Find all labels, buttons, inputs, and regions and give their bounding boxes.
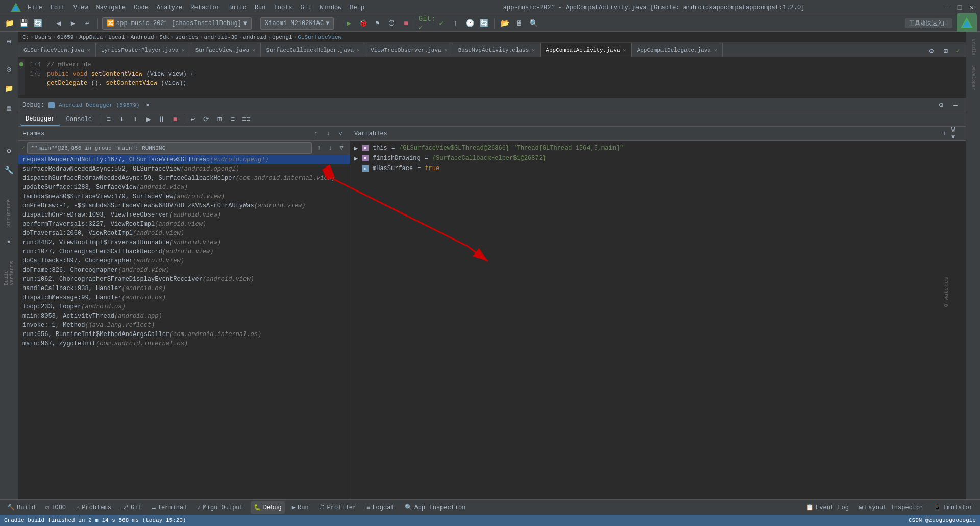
- git-push[interactable]: ↑: [449, 17, 461, 30]
- menu-git[interactable]: Git: [301, 4, 312, 11]
- device-selector[interactable]: Xiaomi M2102K1AC ▼: [260, 17, 334, 30]
- logcat-btn[interactable]: ≡ Logcat: [363, 501, 397, 514]
- pause-btn[interactable]: ⏸: [156, 113, 168, 126]
- minimize-button[interactable]: —: [943, 4, 951, 12]
- toggle-breakpoints-btn[interactable]: ⟳: [200, 113, 212, 126]
- frame-item-9[interactable]: run:8482, ViewRootImpl$TraversalRunnable…: [18, 238, 350, 247]
- frames-filter-btn[interactable]: ▽: [335, 129, 346, 139]
- debugger-tab[interactable]: Debugger: [20, 113, 60, 126]
- settings-debug-btn[interactable]: ≡: [227, 113, 239, 126]
- sidebar-icon-structure-2[interactable]: ▤: [2, 100, 17, 115]
- var-item-mhassurface[interactable]: ▶ m mHasSurface = true: [350, 163, 966, 174]
- developer-label[interactable]: Developer: [971, 65, 976, 90]
- thread-filter-btn[interactable]: ▽: [336, 143, 347, 153]
- close-tab-appcompatactivity[interactable]: ✕: [623, 47, 626, 53]
- tab-surfaceview[interactable]: SurfaceView.java ✕: [190, 43, 261, 57]
- thread-up-btn[interactable]: ↑: [314, 143, 324, 153]
- app-inspection-btn[interactable]: 🔍 App Inspection: [402, 501, 469, 514]
- git-history[interactable]: 🕐: [463, 17, 476, 30]
- recent-files-button[interactable]: ↩: [81, 17, 93, 30]
- frame-item-2[interactable]: dispatchSurfaceRedrawNeededAsync:59, Sur…: [18, 174, 350, 183]
- stop-debug-btn[interactable]: ■: [169, 113, 181, 126]
- more-debug-btn[interactable]: ≡≡: [240, 113, 252, 126]
- emulator-btn[interactable]: 📱 Emulator: [930, 501, 976, 514]
- close-tab-lyricsposter[interactable]: ✕: [182, 47, 185, 53]
- frame-item-20[interactable]: main:967, ZygoteInit (com.android.intern…: [18, 339, 350, 348]
- migu-output-btn[interactable]: ♪ Migu Output: [194, 501, 246, 514]
- menu-analyze[interactable]: Analyze: [157, 4, 182, 11]
- close-tab-basemvp[interactable]: ✕: [532, 47, 535, 53]
- file-manager-button[interactable]: 📂: [499, 17, 511, 30]
- frame-item-1[interactable]: surfaceRedrawNeededAsync:552, GLSurfaceV…: [18, 164, 350, 174]
- sidebar-icon-build-variants[interactable]: Build Variants: [2, 266, 17, 281]
- todo-btn[interactable]: ☑ TODO: [42, 501, 69, 514]
- frame-item-15[interactable]: dispatchMessage:99, Handler (android.os): [18, 293, 350, 302]
- menu-run[interactable]: Run: [255, 4, 266, 11]
- debug-session-name[interactable]: Android Debugger (59579): [59, 102, 139, 108]
- expand-icon-finishdrawing[interactable]: ▶: [354, 155, 360, 162]
- sidebar-icon-commit[interactable]: ⊕: [2, 34, 17, 49]
- sidebar-icon-structure[interactable]: Structure: [2, 205, 17, 221]
- sync-button[interactable]: 🔄: [32, 17, 44, 30]
- close-tab-appcompatdelegate[interactable]: ✕: [714, 47, 717, 53]
- frame-item-7[interactable]: performTraversals:3227, ViewRootImpl (an…: [18, 220, 350, 229]
- stop-button[interactable]: ■: [400, 17, 412, 30]
- git-button[interactable]: Git: ✓: [421, 17, 433, 30]
- sidebar-icon-settings[interactable]: ⚙: [2, 143, 17, 158]
- frame-item-0[interactable]: requestRenderAndNotify:1677, GLSurfaceVi…: [18, 155, 350, 164]
- step-over-btn[interactable]: ≡: [103, 113, 115, 126]
- step-into-btn[interactable]: ⬇: [116, 113, 128, 126]
- run-bottom-btn[interactable]: ▶ Run: [289, 501, 312, 514]
- frame-item-4[interactable]: lambda$new$0$SurfaceView:179, SurfaceVie…: [18, 192, 350, 201]
- problems-btn[interactable]: ⚠ Problems: [73, 501, 114, 514]
- git-update[interactable]: ✓: [435, 17, 447, 30]
- resume-btn[interactable]: ▶: [142, 113, 155, 126]
- open-button[interactable]: 📁: [3, 17, 15, 30]
- search-everywhere-button[interactable]: 🔍: [527, 17, 540, 30]
- coverage-button[interactable]: ⚑: [371, 17, 383, 30]
- forward-button[interactable]: ▶: [67, 17, 79, 30]
- menu-code[interactable]: Code: [134, 4, 149, 11]
- menu-navigate[interactable]: Navigate: [96, 4, 126, 11]
- terminal-button[interactable]: 🖥: [513, 17, 525, 30]
- var-item-this[interactable]: ▶ = this = {GLSurfaceView$GLThread@26866…: [350, 143, 966, 153]
- close-tab-surfaceview[interactable]: ✕: [252, 47, 255, 53]
- debug-bottom-btn[interactable]: 🐛 Debug: [251, 501, 285, 514]
- console-tab[interactable]: Console: [61, 113, 97, 126]
- save-button[interactable]: 💾: [17, 17, 30, 30]
- tab-glsurfaceview[interactable]: GLSurfaceView.java ✕: [18, 43, 96, 57]
- frame-item-14[interactable]: handleCallback:938, Handler (android.os): [18, 284, 350, 293]
- frame-item-8[interactable]: doTraversal:2060, ViewRootImpl (android.…: [18, 229, 350, 238]
- menu-view[interactable]: View: [74, 4, 88, 11]
- tab-appcompatdelegate[interactable]: AppCompatDelegate.java ✕: [632, 43, 723, 57]
- frame-item-19[interactable]: run:656, RuntimeInit$MethodAndArgsCaller…: [18, 330, 350, 339]
- menu-tools[interactable]: Tools: [274, 4, 292, 11]
- sidebar-icon-project[interactable]: 📁: [2, 81, 17, 96]
- step-out-btn[interactable]: ⬆: [129, 113, 141, 126]
- frame-item-13[interactable]: run:1062, Choreographer$FrameDisplayEven…: [18, 275, 350, 284]
- git-bottom-btn[interactable]: ⎇ Git: [118, 501, 145, 514]
- run-button[interactable]: ▶: [342, 17, 355, 30]
- sidebar-icon-wrench[interactable]: 🔧: [2, 162, 17, 178]
- layout-inspector-btn[interactable]: ⊞ Layout Inspector: [856, 501, 926, 514]
- menu-help[interactable]: Help: [350, 4, 364, 11]
- frame-item-5[interactable]: onPreDraw:-1, -$$Lambda$SurfaceView$w68O…: [18, 201, 350, 210]
- back-button[interactable]: ◀: [53, 17, 65, 30]
- close-tab-viewtreeobserver[interactable]: ✕: [445, 47, 448, 53]
- close-button[interactable]: ✕: [968, 4, 976, 12]
- debug-settings-btn[interactable]: ⚙: [935, 99, 947, 111]
- tab-surfacecallback[interactable]: SurfaceCallbackHelper.java ✕: [261, 43, 365, 57]
- expand-vars-btn[interactable]: W ▼: [951, 129, 962, 139]
- var-item-finishdrawing[interactable]: ▶ = finishDrawing = {SurfaceCallbackHelp…: [350, 153, 966, 163]
- menu-refactor[interactable]: Refactor: [190, 4, 220, 11]
- profile-button[interactable]: ⏱: [385, 17, 398, 30]
- close-debug-session[interactable]: ✕: [146, 101, 150, 109]
- build-btn[interactable]: 🔨 Build: [4, 501, 38, 514]
- menu-file[interactable]: File: [28, 4, 42, 11]
- tab-basemvp[interactable]: BaseMvpActivity.class ✕: [453, 43, 541, 57]
- debug-run-button[interactable]: 🐞: [357, 17, 369, 30]
- search-box[interactable]: 工具箱快速入口: [905, 18, 952, 28]
- git-fetch[interactable]: 🔄: [478, 17, 490, 30]
- expand-icon-this[interactable]: ▶: [354, 145, 360, 152]
- tab-appcompatactivity[interactable]: AppCompatActivity.java ✕: [541, 43, 631, 57]
